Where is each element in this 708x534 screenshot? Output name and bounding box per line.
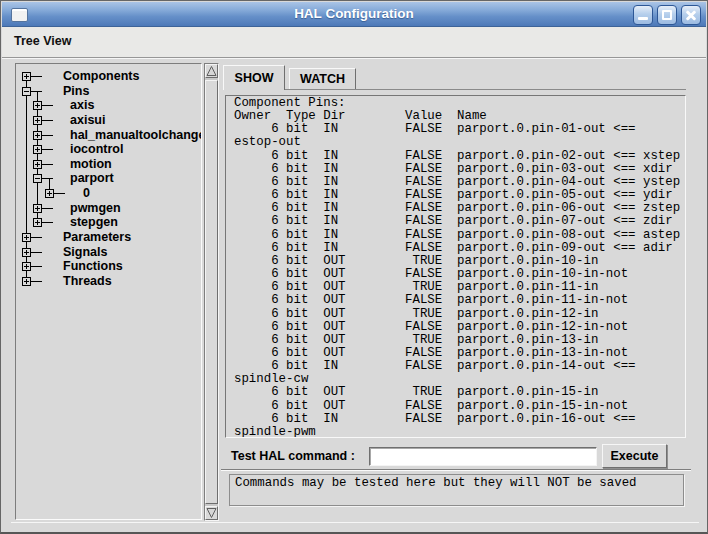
scroll-up-button[interactable]: [205, 64, 218, 78]
tree-node-label: hal_manualtoolchange: [70, 128, 202, 143]
minimize-button[interactable]: [633, 5, 653, 25]
tree-branch-line: [53, 193, 65, 194]
expand-icon[interactable]: [45, 189, 54, 198]
tree-node-0[interactable]: 0: [16, 186, 201, 201]
expand-icon[interactable]: [33, 160, 42, 169]
command-label: Test HAL command :: [231, 449, 355, 463]
tree-node-components[interactable]: Components: [16, 69, 201, 84]
tree-scrollbar[interactable]: [204, 63, 219, 521]
tree-branch-line: [30, 237, 42, 238]
tree-node-label: Threads: [63, 274, 112, 289]
tree-branch-line: [41, 135, 53, 136]
tree-node-stepgen[interactable]: stepgen: [16, 215, 201, 230]
tree-node-pins[interactable]: Pins: [16, 84, 201, 99]
tree-node-functions[interactable]: Functions: [16, 259, 201, 274]
separator: [221, 469, 691, 471]
expand-icon[interactable]: [33, 116, 42, 125]
tree-branch-line: [41, 208, 53, 209]
tree-node-parport[interactable]: parport: [16, 171, 201, 186]
tree-node-label: axis: [70, 98, 94, 113]
tree-panel: ComponentsPinsaxisaxisuihal_manualtoolch…: [15, 63, 202, 520]
tree-node-label: stepgen: [70, 215, 118, 230]
execute-button-label: Execute: [611, 449, 659, 463]
expand-icon[interactable]: [22, 72, 31, 81]
tree-node-axis[interactable]: axis: [16, 98, 201, 113]
tree-branch-line: [41, 120, 53, 121]
tab-show[interactable]: SHOW: [223, 65, 285, 90]
tree-branch-line: [30, 252, 42, 253]
status-message: Commands may be tested here but they wil…: [230, 475, 683, 490]
tree-node-axisui[interactable]: axisui: [16, 113, 201, 128]
tree-node-motion[interactable]: motion: [16, 157, 201, 172]
collapse-icon[interactable]: [22, 87, 31, 96]
expand-icon[interactable]: [33, 218, 42, 227]
tree-branch-line: [30, 91, 42, 92]
pins-output-text[interactable]: Component Pins: Owner Type Dir Value Nam…: [225, 95, 686, 438]
tree-node-label: Parameters: [63, 230, 131, 245]
frame-highlight: [11, 522, 699, 523]
tree-rows: ComponentsPinsaxisaxisuihal_manualtoolch…: [16, 64, 201, 519]
titlebar[interactable]: HAL Configuration: [2, 2, 706, 27]
command-input[interactable]: [369, 447, 597, 466]
tree-node-label: Functions: [63, 259, 123, 274]
arrow-up-icon: [206, 65, 217, 77]
tree-node-pwmgen[interactable]: pwmgen: [16, 201, 201, 216]
tree-node-label: axisui: [70, 113, 105, 128]
execute-button[interactable]: Execute: [602, 444, 667, 468]
expand-icon[interactable]: [22, 262, 31, 271]
tab-watch-label: WATCH: [300, 72, 345, 86]
menu-item-tree-view[interactable]: Tree View: [14, 34, 71, 48]
tree-node-iocontrol[interactable]: iocontrol: [16, 142, 201, 157]
tree-branch-line: [41, 164, 53, 165]
tree-branch-line: [41, 222, 53, 223]
tree-branch-line: [41, 178, 53, 179]
collapse-icon[interactable]: [33, 174, 42, 183]
scroll-down-button[interactable]: [205, 506, 218, 520]
notebook-pane-edge: [223, 89, 686, 90]
expand-icon[interactable]: [22, 277, 31, 286]
tree-node-label: iocontrol: [70, 142, 123, 157]
tab-show-label: SHOW: [235, 71, 274, 85]
status-box: Commands may be tested here but they wil…: [229, 474, 684, 506]
tree-node-hal_manualtoolchange[interactable]: hal_manualtoolchange: [16, 128, 201, 143]
tree-node-label: Pins: [63, 84, 89, 99]
tree-node-label: 0: [83, 186, 90, 201]
expand-icon[interactable]: [33, 204, 42, 213]
maximize-button[interactable]: [657, 5, 677, 25]
tree-node-label: parport: [70, 171, 114, 186]
tree-branch-line: [41, 105, 53, 106]
maximize-icon: [662, 10, 672, 20]
scrollbar-thumb[interactable]: [205, 80, 218, 504]
expand-icon[interactable]: [33, 131, 42, 140]
window-controls: [633, 5, 701, 25]
expand-icon[interactable]: [22, 233, 31, 242]
minimize-icon: [638, 17, 648, 20]
tree-node-label: Components: [63, 69, 139, 84]
expand-icon[interactable]: [22, 248, 31, 257]
window-title: HAL Configuration: [2, 6, 706, 21]
tree-node-signals[interactable]: Signals: [16, 245, 201, 260]
tree-node-parameters[interactable]: Parameters: [16, 230, 201, 245]
tree-node-threads[interactable]: Threads: [16, 274, 201, 289]
close-button[interactable]: [681, 5, 701, 25]
tree-node-label: pwmgen: [70, 201, 121, 216]
tree-branch-line: [30, 76, 42, 77]
tree-branch-line: [41, 149, 53, 150]
tree-node-label: motion: [70, 157, 112, 172]
tree-branch-line: [30, 281, 42, 282]
arrow-down-icon: [206, 507, 217, 519]
tree-node-label: Signals: [63, 245, 107, 260]
menubar: Tree View: [2, 27, 706, 58]
expand-icon[interactable]: [33, 145, 42, 154]
hal-configuration-window: HAL Configuration Tree View ComponentsPi…: [0, 0, 708, 534]
tab-watch[interactable]: WATCH: [289, 68, 356, 89]
tree-branch-line: [30, 266, 42, 267]
expand-icon[interactable]: [33, 101, 42, 110]
